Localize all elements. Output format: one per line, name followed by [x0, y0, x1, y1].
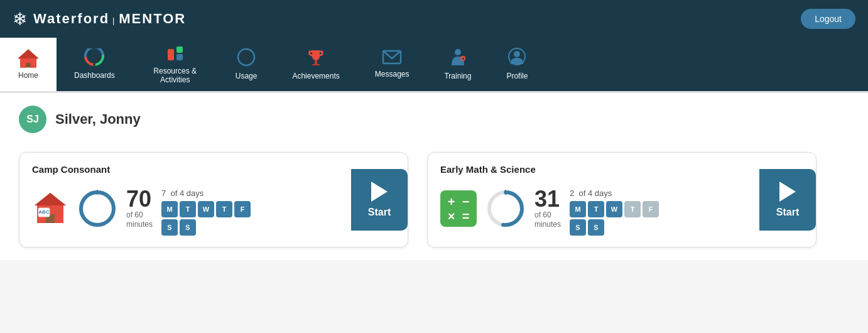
card-camp-consonant-title: Camp Consonant — [32, 164, 339, 175]
camp-consonant-progress-circle — [77, 188, 117, 229]
card-early-math-title: Early Math & Science — [440, 164, 747, 175]
day-cell: M — [161, 201, 178, 217]
day-cell: S — [161, 219, 178, 236]
day-cell-empty — [216, 219, 232, 236]
svg-rect-15 — [315, 60, 317, 64]
day-cell-empty — [198, 219, 214, 236]
clock-icon — [237, 48, 256, 69]
svg-rect-4 — [26, 63, 30, 67]
nav-item-achievements[interactable]: Achievements — [274, 38, 357, 91]
trophy-icon — [307, 48, 325, 69]
day-cell: T — [588, 201, 604, 217]
camp-consonant-days: 7 of 4 days M T W T F S S — [161, 182, 251, 236]
day-cell: T — [180, 201, 196, 217]
activity-cards-row: Camp Consonant ABC — [19, 152, 849, 248]
early-math-days: 2 of 4 days M T W T F S S — [570, 182, 659, 236]
camp-consonant-icon: ABC — [32, 190, 68, 227]
nav-label-profile: Profile — [506, 72, 528, 80]
card-camp-consonant-content: ABC 70 of 60m — [32, 182, 339, 236]
nav-label-resources: Resources & Activities — [150, 67, 200, 85]
nav-bar: Home Dashboards Resources & Activities — [0, 38, 868, 93]
day-cell: M — [570, 201, 586, 217]
card-camp-consonant-body: Camp Consonant ABC — [32, 164, 339, 236]
day-cell: T — [216, 201, 232, 217]
snowflake-icon: ❄ — [13, 9, 27, 30]
day-cell: F — [234, 201, 251, 217]
nav-label-messages: Messages — [375, 70, 410, 79]
math-icon: + − × = — [440, 190, 477, 227]
svg-point-6 — [93, 63, 95, 66]
camp-consonant-days-grid: M T W T F S S — [161, 201, 251, 236]
card-early-math: Early Math & Science + − × = — [427, 152, 816, 248]
svg-marker-3 — [18, 50, 38, 58]
nav-label-home: Home — [18, 71, 38, 80]
svg-rect-8 — [176, 46, 183, 53]
camp-consonant-minutes: 70 of 60minutes — [126, 188, 153, 230]
dashboard-icon — [84, 48, 104, 68]
day-cell: S — [180, 219, 196, 236]
early-math-minutes: 31 of 60minutes — [534, 188, 561, 230]
day-cell: S — [570, 219, 586, 236]
puzzle-icon — [165, 44, 185, 64]
camp-consonant-start-button[interactable]: Start — [351, 169, 408, 231]
user-profile-section: SJ Silver, Jonny — [19, 106, 849, 133]
nav-label-dashboards: Dashboards — [74, 71, 115, 80]
day-cell-empty — [606, 219, 622, 236]
svg-point-22 — [514, 51, 520, 57]
svg-point-20 — [461, 57, 465, 60]
day-cell: F — [643, 201, 659, 217]
svg-point-18 — [455, 49, 461, 55]
nav-label-achievements: Achievements — [292, 72, 339, 80]
nav-item-home[interactable]: Home — [0, 38, 57, 91]
early-math-progress-circle — [486, 188, 526, 229]
svg-rect-16 — [312, 64, 320, 65]
user-avatar: SJ — [19, 106, 46, 133]
profile-icon — [508, 48, 526, 69]
card-camp-consonant-inner: Camp Consonant ABC — [19, 153, 351, 247]
day-cell: T — [624, 201, 641, 217]
logo: ❄ Waterford | MENTOR — [13, 9, 186, 30]
nav-item-training[interactable]: Training — [426, 38, 489, 91]
svg-marker-25 — [35, 193, 66, 205]
day-cell-empty — [624, 219, 641, 236]
nav-item-dashboards[interactable]: Dashboards — [57, 38, 133, 91]
user-name: Silver, Jonny — [55, 111, 141, 128]
nav-label-usage: Usage — [236, 72, 258, 80]
svg-point-30 — [81, 192, 114, 225]
logout-button[interactable]: Logout — [801, 9, 855, 29]
svg-rect-10 — [176, 54, 183, 60]
day-cell: W — [198, 201, 214, 217]
main-content: SJ Silver, Jonny Camp Consonant — [0, 93, 868, 260]
nav-item-profile[interactable]: Profile — [489, 38, 545, 91]
play-icon — [779, 182, 796, 202]
svg-text:ABC: ABC — [38, 209, 50, 215]
logo-text: Waterford | MENTOR — [33, 11, 186, 27]
nav-label-training: Training — [444, 72, 471, 80]
card-early-math-body: Early Math & Science + − × = — [440, 164, 747, 236]
nav-item-resources[interactable]: Resources & Activities — [133, 38, 218, 91]
nav-item-usage[interactable]: Usage — [218, 38, 275, 91]
card-early-math-content: + − × = — [440, 182, 747, 236]
play-icon — [371, 182, 388, 202]
training-icon — [449, 48, 467, 69]
day-cell-empty — [234, 219, 251, 236]
day-cell: W — [606, 201, 622, 217]
svg-point-14 — [245, 56, 247, 58]
nav-item-messages[interactable]: Messages — [357, 38, 427, 91]
card-camp-consonant: Camp Consonant ABC — [19, 152, 408, 248]
day-cell: S — [588, 219, 604, 236]
header: ❄ Waterford | MENTOR Logout — [0, 0, 868, 38]
envelope-icon — [382, 50, 402, 67]
home-icon — [17, 48, 40, 68]
day-cell-empty — [643, 219, 659, 236]
early-math-start-button[interactable]: Start — [759, 169, 816, 231]
card-early-math-inner: Early Math & Science + − × = — [428, 153, 759, 247]
svg-rect-9 — [168, 54, 174, 60]
early-math-days-grid: M T W T F S S — [570, 201, 659, 236]
